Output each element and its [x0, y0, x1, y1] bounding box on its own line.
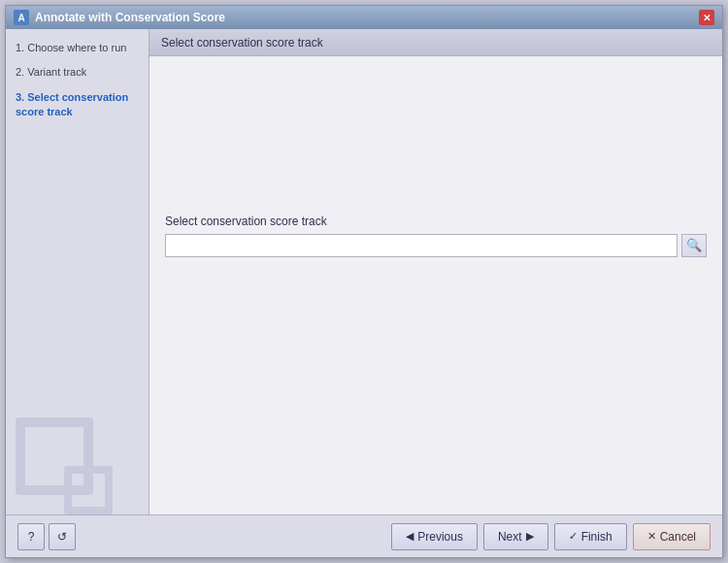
steps-list: 1. Choose where to run 2. Variant track … — [16, 41, 139, 120]
help-button[interactable]: ? — [17, 523, 45, 550]
content-body: Select conservation score track 🔍 — [149, 56, 722, 514]
track-input[interactable] — [165, 234, 678, 257]
sidebar-decoration — [16, 417, 93, 495]
next-button[interactable]: Next ▶ — [483, 523, 548, 550]
browse-icon: 🔍 — [686, 238, 702, 252]
track-select-label: Select conservation score track — [165, 215, 707, 228]
step-1: 1. Choose where to run — [16, 41, 139, 55]
footer-right-buttons: ◀ Previous Next ▶ ✓ Finish ✕ Cancel — [391, 523, 711, 550]
app-icon: A — [14, 10, 29, 25]
cancel-label: Cancel — [660, 530, 696, 544]
content-header: Select conservation score track — [149, 29, 722, 56]
finish-button[interactable]: ✓ Finish — [554, 523, 627, 550]
reset-icon: ↺ — [57, 530, 67, 544]
window-title: Annotate with Conservation Score — [35, 11, 225, 24]
step-2: 2. Variant track — [16, 65, 139, 80]
previous-label: Previous — [417, 530, 463, 544]
help-label: ? — [28, 530, 35, 544]
previous-button[interactable]: ◀ Previous — [391, 523, 478, 550]
finish-icon: ✓ — [569, 530, 578, 543]
sidebar: 1. Choose where to run 2. Variant track … — [6, 29, 149, 514]
next-icon: ▶ — [526, 530, 534, 543]
finish-label: Finish — [581, 530, 612, 544]
track-browse-button[interactable]: 🔍 — [681, 234, 707, 257]
bottom-spacer — [165, 257, 707, 495]
next-label: Next — [498, 530, 522, 544]
title-bar: A Annotate with Conservation Score ✕ — [6, 6, 722, 29]
dialog-footer: ? ↺ ◀ Previous Next ▶ ✓ Finish ✕ Cancel — [6, 514, 722, 557]
title-bar-left: A Annotate with Conservation Score — [14, 10, 225, 25]
main-dialog: A Annotate with Conservation Score ✕ 1. … — [5, 5, 723, 558]
content-spacer — [165, 76, 707, 195]
cancel-icon: ✕ — [647, 530, 656, 543]
track-select-section: Select conservation score track 🔍 — [165, 215, 707, 257]
step-3: 3. Select conservation score track — [16, 90, 139, 120]
reset-button[interactable]: ↺ — [49, 523, 76, 550]
dialog-body: 1. Choose where to run 2. Variant track … — [6, 29, 722, 514]
content-header-text: Select conservation score track — [161, 36, 323, 50]
close-button[interactable]: ✕ — [699, 10, 714, 25]
main-content: Select conservation score track Select c… — [149, 29, 722, 514]
cancel-button[interactable]: ✕ Cancel — [633, 523, 711, 550]
track-select-row: 🔍 — [165, 234, 707, 257]
prev-icon: ◀ — [406, 530, 414, 543]
footer-left-buttons: ? ↺ — [17, 523, 76, 550]
